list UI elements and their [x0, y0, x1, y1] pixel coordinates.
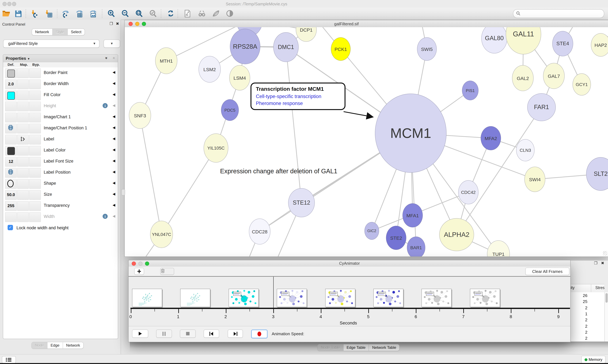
minimize-window-icon[interactable] [135, 22, 139, 26]
column-divider[interactable] [591, 284, 591, 292]
timeline-frame-1[interactable] [180, 289, 210, 307]
annotation-link[interactable]: Pheromone response [256, 101, 340, 106]
lock-size-checkbox[interactable]: ✓ [8, 225, 13, 230]
graph-node-pck1[interactable]: PCK1 [331, 37, 351, 61]
table-cell-value[interactable]: 2 [570, 317, 587, 322]
annotation-box[interactable]: Transcription factor MCM1 Cell-type-spec… [250, 83, 345, 110]
property-cell[interactable] [29, 212, 41, 222]
property-cell[interactable] [29, 102, 41, 111]
property-cell[interactable] [5, 113, 17, 122]
property-cell[interactable] [29, 113, 41, 122]
tab-network[interactable]: Network [32, 29, 53, 35]
property-expand-icon[interactable]: ◀ [112, 170, 115, 174]
memory-button[interactable]: Memory [581, 356, 606, 363]
tab-network-table[interactable]: Network Table [369, 344, 400, 351]
show-details-icon[interactable] [226, 10, 234, 18]
graph-node-gic2[interactable]: GIC2 [364, 222, 379, 240]
save-icon[interactable] [14, 10, 22, 18]
property-cell[interactable] [17, 157, 29, 167]
property-cell[interactable] [17, 190, 29, 200]
graph-node-mfa2[interactable]: MFA2 [481, 126, 501, 150]
property-cell[interactable] [29, 146, 41, 156]
property-expand-icon[interactable]: ◀ [112, 104, 115, 107]
property-cell[interactable] [17, 146, 29, 156]
timeline-frame-2[interactable] [229, 289, 259, 307]
property-cell[interactable] [17, 79, 29, 89]
graph-node-gal2[interactable]: GAL2 [512, 65, 534, 91]
export-network-icon[interactable] [61, 10, 70, 18]
skip-to-end-button[interactable] [228, 329, 243, 338]
property-cell[interactable] [17, 113, 29, 122]
property-cell[interactable]: 2.0 [5, 79, 17, 89]
property-row-fill-color[interactable]: Fill Color◀ [3, 90, 118, 101]
zoom-fit-icon[interactable] [135, 10, 143, 18]
tab-select[interactable]: Select [68, 29, 84, 35]
property-cell[interactable] [17, 135, 29, 144]
property-row-image-chart-position-1[interactable]: Image/Chart Position 1◀ [3, 123, 118, 134]
task-history-button[interactable] [2, 356, 16, 363]
property-row-label-font-size[interactable]: 12Label Font Size◀ [3, 156, 118, 167]
close-panel-icon[interactable]: ✖ [116, 22, 119, 26]
property-cell[interactable] [5, 212, 17, 222]
property-expand-icon[interactable]: ◀ [112, 70, 115, 74]
search-network-icon[interactable] [198, 10, 206, 18]
property-row-height[interactable]: Height◀i [3, 101, 118, 112]
resize-grip[interactable] [603, 251, 607, 256]
timeline-frame-6[interactable] [422, 289, 452, 307]
property-expand-icon[interactable]: ◀ [112, 192, 115, 196]
open-folder-icon[interactable] [2, 10, 10, 18]
stop-button[interactable] [180, 329, 196, 338]
table-cell-value[interactable]: 1 [570, 312, 587, 316]
property-row-transparency[interactable]: 255Transparency◀ [3, 200, 118, 212]
graph-node-ste12[interactable]: STE12 [288, 188, 315, 217]
property-cell[interactable] [17, 124, 29, 133]
search-input[interactable] [513, 9, 604, 18]
property-cell[interactable]: 50.0 [5, 190, 17, 200]
network-window-titlebar[interactable]: galFiltered.sif [125, 20, 608, 27]
graph-node-yil105c[interactable]: YIL105C [204, 133, 228, 163]
property-cell[interactable] [5, 68, 17, 78]
property-cell[interactable]: 12 [5, 157, 17, 167]
graph-node-mth1[interactable]: MTH1 [155, 47, 177, 74]
expand-all-icon[interactable]: » [104, 57, 109, 59]
float-panel-icon[interactable]: ❐ [594, 261, 597, 265]
clear-all-frames-button[interactable]: Clear All Frames [525, 268, 569, 275]
property-cell[interactable] [29, 79, 41, 89]
network-document-icon[interactable] [183, 10, 192, 18]
table-cell-value[interactable]: 25 [570, 299, 587, 304]
property-row-width[interactable]: Width◀i [3, 211, 118, 223]
graph-node-lsm4[interactable]: LSM4 [229, 65, 250, 91]
column-header[interactable]: ity [571, 286, 575, 290]
graph-node-ynl047c[interactable]: YNL047C [150, 221, 173, 248]
property-row-label-position[interactable]: Label Position◀ [3, 167, 118, 178]
graph-node-mcm1[interactable]: MCM1 [375, 94, 446, 173]
cyanimator-timeline[interactable]: 0123456789 Seconds [129, 277, 570, 326]
table-cell-value[interactable]: 2 [570, 324, 587, 328]
style-selector[interactable]: galFiltered Style ▼ [3, 39, 99, 48]
network-canvas[interactable]: DCP1RPS28ADMC1PCK1SWI5GAL80GAL11STE4HAP2… [125, 27, 608, 257]
graph-node-gcy1[interactable]: GCY1 [573, 73, 591, 95]
tab-style[interactable]: Style [53, 29, 68, 35]
property-cell[interactable] [29, 91, 41, 100]
zoom-selected-icon[interactable] [149, 10, 157, 18]
annotation-link[interactable]: Cell-type-specific transcription [256, 94, 340, 99]
play-button[interactable] [132, 329, 148, 338]
close-window-icon[interactable] [129, 22, 133, 26]
graph-node-rps28a[interactable]: RPS28A [230, 29, 260, 64]
property-cell[interactable]: 255 [5, 201, 17, 211]
import-table-icon[interactable] [44, 10, 53, 18]
import-network-icon[interactable] [30, 10, 39, 18]
table-cell-value[interactable]: 2 [570, 330, 587, 335]
graph-node-cdc28[interactable]: CDC28 [249, 219, 270, 245]
default-value[interactable]: 2.0 [5, 82, 16, 86]
add-frame-button[interactable] [134, 268, 144, 275]
graph-node-ste2[interactable]: STE2 [386, 226, 406, 250]
timeline-frame-3[interactable] [277, 289, 307, 307]
property-cell[interactable] [29, 201, 41, 211]
property-expand-icon[interactable]: ◀ [112, 126, 115, 130]
tab-node-table[interactable]: Node Table [318, 344, 344, 351]
tab-edge[interactable]: Edge [47, 342, 63, 349]
properties-header[interactable]: Properties ▼ » » [3, 55, 118, 63]
hide-details-icon[interactable] [212, 10, 220, 18]
property-row-size[interactable]: 50.0Size◀ [3, 189, 118, 200]
